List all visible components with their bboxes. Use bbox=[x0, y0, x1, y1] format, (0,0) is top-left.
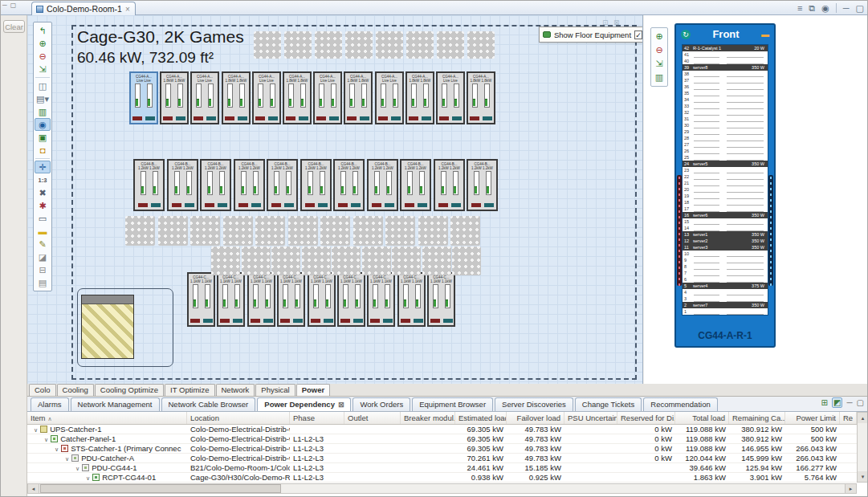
floor-rack[interactable]: CG44-C... 1.1kW 1.1kW bbox=[277, 272, 305, 327]
chevron-down-icon[interactable]: ∨ bbox=[75, 466, 79, 471]
rack-rows-tool-icon[interactable]: ▥ bbox=[35, 105, 51, 118]
table-row-rcpt-cg44-01[interactable]: ∨RCPT-CG44-01Cage-G30/H30/Colo-Demo-Room… bbox=[27, 473, 857, 483]
elev-zoom-fit-tool-icon[interactable]: ⇲ bbox=[652, 57, 666, 71]
floor-rack[interactable]: CG44-A... 1.8kW 1.8kW bbox=[344, 71, 373, 124]
3d-view-tool-icon[interactable]: ◫ bbox=[35, 79, 51, 92]
collapsed-palette-icon[interactable]: ⊡ ⊠ bbox=[602, 18, 621, 26]
hierarchy-view-icon[interactable]: ⧉ bbox=[809, 3, 815, 14]
column-header-remaining-ca-[interactable]: Remaining Ca... bbox=[729, 412, 785, 424]
panel-tab-change-tickets[interactable]: Change Tickets bbox=[575, 397, 642, 411]
chevron-down-icon[interactable]: ∨ bbox=[34, 427, 38, 433]
panel-restore-icon[interactable]: ▢ bbox=[10, 2, 20, 9]
column-header-total-load[interactable]: Total load bbox=[675, 412, 729, 424]
table-row-sts-catcher-1-primary-connec[interactable]: ∨STS-Catcher-1 (Primary ConnecColo-Demo-… bbox=[27, 444, 857, 454]
column-header-item[interactable]: Item∧ bbox=[27, 412, 187, 424]
rack-device-server2[interactable]: 12server2350 W bbox=[683, 238, 768, 244]
close-icon[interactable]: × bbox=[125, 5, 130, 14]
clear-button[interactable]: Clear bbox=[3, 20, 25, 33]
floor-rack[interactable]: CG44-C... 1.1kW 1.1kW bbox=[397, 272, 426, 327]
column-header-location[interactable]: Location bbox=[187, 412, 290, 424]
tree-view-icon[interactable]: ◩ bbox=[832, 397, 842, 408]
table-row-ups-catcher-1[interactable]: ∨UPS-Catcher-1Colo-Demo-Electrical-Distr… bbox=[27, 425, 857, 434]
column-header-estimated-load[interactable]: Estimated load bbox=[455, 412, 507, 424]
floor-rack[interactable]: CG44-A... 1.8kW 1.8kW bbox=[405, 71, 434, 124]
view-tab-cooling-optimize[interactable]: Cooling Optimize bbox=[95, 384, 164, 396]
panel-tab-network-management[interactable]: Network Management bbox=[71, 397, 160, 411]
paint-tool-icon[interactable]: ✱ bbox=[35, 199, 51, 212]
rack-device-server7[interactable]: 2server7350 W bbox=[683, 302, 768, 308]
chevron-down-icon[interactable]: ∨ bbox=[55, 446, 59, 452]
rack-device-server5[interactable]: 24server5350 W bbox=[683, 161, 768, 167]
floor-pdu-unit[interactable] bbox=[81, 295, 134, 359]
panel-corner-controls[interactable]: ─▢ bbox=[2, 2, 19, 9]
scroll-right-icon[interactable]: ▸ bbox=[845, 484, 856, 493]
rack-device-server1[interactable]: 13server1350 W bbox=[683, 231, 768, 238]
scroll-left-icon[interactable]: ◂ bbox=[28, 484, 39, 493]
floor-rack[interactable]: CG44-C... 1.1kW 1.1kW bbox=[367, 272, 395, 327]
horizontal-scrollbar[interactable]: ◂ ▸ bbox=[27, 483, 857, 494]
draw-area-tool-icon[interactable]: ▭ bbox=[35, 212, 51, 225]
floor-rack[interactable]: CG44-A... Live Live bbox=[190, 71, 219, 124]
floor-rack[interactable]: CG44-A... Live Live bbox=[436, 71, 465, 124]
view-tab-colo[interactable]: Colo bbox=[29, 384, 56, 396]
panel-tab-recommendation[interactable]: Recommendation bbox=[643, 397, 717, 411]
floor-rack[interactable]: CG44-C... 1.1kW 1.1kW bbox=[187, 272, 215, 327]
column-header-re[interactable]: Re bbox=[840, 412, 857, 424]
rack-device-server3[interactable]: 11server3350 W bbox=[683, 244, 768, 251]
floor-rack[interactable]: CG44-B... 1.2kW 1.2kW bbox=[467, 159, 498, 211]
table-row-pdu-cg44-1[interactable]: ∨PDU-CG44-1B21/Colo-Demo-Room-1/Colo De.… bbox=[27, 463, 857, 473]
column-header-psu-uncertainty[interactable]: PSU Uncertainty bbox=[564, 412, 617, 424]
floor-rack[interactable]: CG44-B... 1.2kW 1.2kW bbox=[267, 159, 298, 211]
floor-rack[interactable]: CG44-C... 1.1kW 1.1kW bbox=[247, 272, 275, 327]
maximize-icon[interactable]: ▢ bbox=[856, 3, 864, 14]
editor-tab-colo-demo-room-1[interactable]: Colo-Demo-Room-1 × bbox=[31, 2, 136, 15]
floor-rack[interactable]: CG44-B... 1.2kW 1.2kW bbox=[234, 159, 265, 211]
minimize-icon[interactable]: ─ bbox=[843, 3, 850, 13]
zoom-in-tool-icon[interactable]: ⊕ bbox=[35, 37, 51, 50]
floor-rack[interactable]: CG44-B... 1.2kW 1.2kW bbox=[133, 159, 165, 211]
capacity-overlay-tool-icon[interactable]: ▣ bbox=[35, 131, 51, 144]
show-floor-equipment-checkbox[interactable]: ✓ bbox=[634, 31, 642, 39]
show-floor-equipment-toggle[interactable]: Show Floor Equipment ✓ bbox=[539, 26, 643, 43]
panel-minimize-icon[interactable]: ─ bbox=[846, 398, 852, 407]
view-tab-physical[interactable]: Physical bbox=[255, 384, 295, 396]
rows-tool-icon[interactable]: ▤ bbox=[35, 276, 51, 289]
column-header-phase[interactable]: Phase bbox=[290, 412, 344, 424]
rack-device-server6[interactable]: 16server6350 W bbox=[683, 212, 768, 218]
vertical-scrollbar[interactable]: ▴ ▾ bbox=[857, 412, 868, 483]
floor-rack[interactable]: CG44-A... Live Live bbox=[252, 71, 281, 124]
scrollbar-thumb[interactable] bbox=[40, 484, 281, 493]
floor-rack[interactable]: CG44-C... 1.1kW 1.1kW bbox=[427, 272, 455, 327]
view-tab-it-optimize[interactable]: IT Optimize bbox=[165, 384, 214, 396]
view-tab-cooling[interactable]: Cooling bbox=[57, 384, 94, 396]
panel-minimize-icon[interactable]: ─ bbox=[2, 2, 10, 9]
floor-rack[interactable]: CG44-C... 1.1kW 1.1kW bbox=[217, 272, 245, 327]
refresh-icon[interactable]: ↻ bbox=[681, 30, 691, 39]
floor-rack[interactable]: CG44-A... Live Live bbox=[313, 71, 342, 124]
select-tool-icon[interactable]: ↰ bbox=[35, 24, 51, 37]
rack-device-server4[interactable]: 5server4375 W bbox=[683, 283, 768, 289]
floor-rack[interactable]: CG44-B... 1.2kW 1.2kW bbox=[300, 159, 332, 211]
view-tab-network[interactable]: Network bbox=[216, 384, 255, 396]
panel-tab-server-discoveries[interactable]: Server Discoveries bbox=[495, 397, 573, 411]
highlight-tool-icon[interactable]: ▬ bbox=[35, 225, 51, 238]
floor-rack[interactable]: CG44-B... 1.2kW 1.2kW bbox=[400, 159, 431, 211]
rack-device-r-1-catalyst-1[interactable]: 42R-1-Catalyst 120 W bbox=[683, 45, 768, 51]
zoom-out-tool-icon[interactable]: ⊖ bbox=[35, 50, 51, 63]
floor-rack[interactable]: CG44-C... 1.1kW 1.1kW bbox=[337, 272, 365, 327]
panel-tab-work-orders[interactable]: Work Orders bbox=[352, 397, 410, 411]
floor-rack[interactable]: CG44-B... 1.2kW 1.2kW bbox=[367, 159, 398, 211]
table-row-catcher-panel-1[interactable]: ∨Catcher-Panel-1Colo-Demo-Electrical-Dis… bbox=[27, 434, 857, 444]
floor-rack[interactable]: CG44-B... 1.2kW 1.2kW bbox=[333, 159, 365, 211]
rack-elevation[interactable]: ↻ Front ▬ 42R-1-Catalyst 120 W414039serv… bbox=[674, 23, 776, 348]
scroll-up-icon[interactable]: ▴ bbox=[858, 413, 868, 423]
panel-tab-network-cable-browser[interactable]: Network Cable Browser bbox=[161, 397, 256, 411]
label-tool-icon[interactable]: ⊟ bbox=[35, 263, 51, 276]
panel-tab-power-dependency[interactable]: Power Dependency⊠ bbox=[257, 397, 351, 411]
pencil-tool-icon[interactable]: ✎ bbox=[35, 238, 51, 251]
column-header-failover-load[interactable]: Failover load bbox=[507, 412, 564, 424]
elev-zoom-out-tool-icon[interactable]: ⊖ bbox=[652, 43, 666, 57]
close-icon[interactable]: ⊠ bbox=[338, 401, 344, 409]
rack-device-server8[interactable]: 39server8350 W bbox=[683, 64, 768, 71]
column-header-breaker-modul-[interactable]: Breaker modul... bbox=[401, 412, 455, 424]
